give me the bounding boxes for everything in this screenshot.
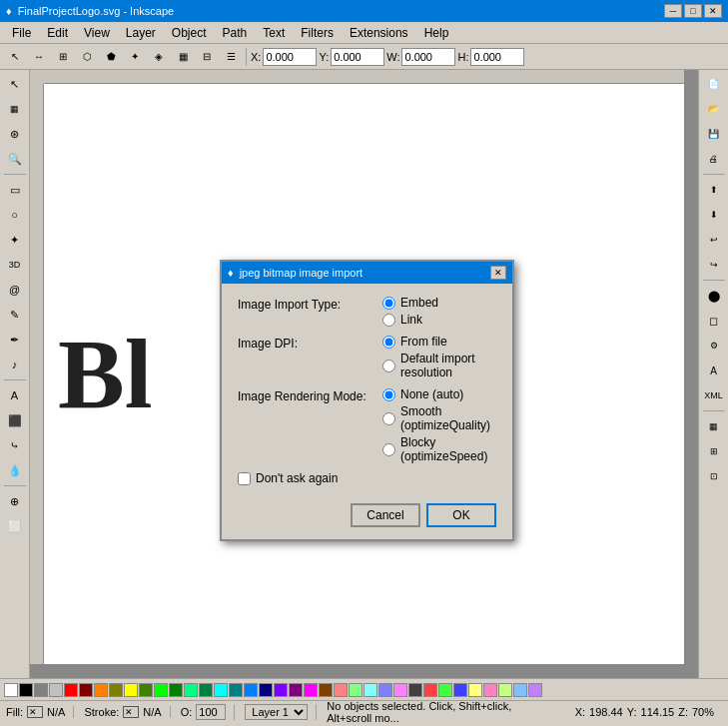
menu-text[interactable]: Text (255, 24, 293, 42)
tool-zoom2[interactable]: 🔍 (3, 147, 27, 171)
palette-color-19[interactable] (289, 683, 303, 697)
tool-text[interactable]: A (3, 383, 27, 407)
menu-layer[interactable]: Layer (118, 24, 164, 42)
rt-redo[interactable]: ↪ (702, 253, 726, 277)
palette-color-29[interactable] (438, 683, 452, 697)
fill-color-box[interactable]: ✕ (27, 706, 43, 718)
tool-star[interactable]: ✦ (3, 228, 27, 252)
tool-btn2[interactable]: ⬟ (100, 46, 122, 68)
tool-select[interactable]: ↖ (4, 46, 26, 68)
palette-color-13[interactable] (199, 683, 213, 697)
default-import-radio[interactable] (382, 360, 395, 372)
rt-align[interactable]: ⊞ (702, 439, 726, 463)
blocky-radio[interactable] (382, 443, 395, 456)
stroke-color-box[interactable]: ✕ (123, 706, 139, 718)
tool-btn5[interactable]: ▦ (172, 46, 194, 68)
close-button[interactable]: ✕ (704, 4, 722, 18)
rt-filters[interactable]: ⚙ (702, 334, 726, 358)
palette-color-5[interactable] (79, 683, 93, 697)
rt-transform[interactable]: ⊡ (702, 464, 726, 488)
tool-tweak[interactable]: ⊛ (3, 122, 27, 146)
palette-color-6[interactable] (94, 683, 108, 697)
rt-xml[interactable]: XML (702, 383, 726, 407)
rt-fill[interactable]: ⬤ (702, 284, 726, 308)
palette-color-4[interactable] (64, 683, 78, 697)
palette-color-25[interactable] (378, 683, 392, 697)
palette-color-18[interactable] (274, 683, 288, 697)
ok-button[interactable]: OK (426, 503, 496, 527)
palette-color-23[interactable] (349, 683, 363, 697)
palette-color-7[interactable] (109, 683, 123, 697)
tool-pencil[interactable]: ✎ (3, 303, 27, 327)
rt-import[interactable]: ⬆ (702, 178, 726, 202)
palette-color-33[interactable] (498, 683, 512, 697)
palette-color-27[interactable] (408, 683, 422, 697)
tool-btn4[interactable]: ◈ (148, 46, 170, 68)
from-file-radio[interactable] (382, 336, 395, 349)
cancel-button[interactable]: Cancel (351, 503, 420, 527)
blocky-option[interactable]: Blocky (optimizeSpeed) (382, 435, 496, 463)
default-import-option[interactable]: Default import resolution (382, 352, 496, 379)
y-input[interactable] (331, 48, 384, 66)
tool-pen[interactable]: ✒ (3, 328, 27, 352)
from-file-option[interactable]: From file (382, 335, 496, 349)
palette-color-28[interactable] (423, 683, 437, 697)
palette-color-1[interactable] (19, 683, 33, 697)
tool-btn7[interactable]: ☰ (220, 46, 242, 68)
rt-print[interactable]: 🖨 (702, 147, 726, 171)
smooth-option[interactable]: Smooth (optimizeQuality) (382, 404, 496, 432)
menu-filters[interactable]: Filters (293, 24, 342, 42)
palette-color-16[interactable] (244, 683, 258, 697)
tool-spray[interactable]: ⊕ (3, 489, 27, 513)
tool-connector[interactable]: ⤷ (3, 433, 27, 457)
tool-calligraph[interactable]: ♪ (3, 353, 27, 376)
palette-color-12[interactable] (184, 683, 198, 697)
tool-btn1[interactable]: ⬡ (76, 46, 98, 68)
palette-color-35[interactable] (528, 683, 542, 697)
menu-file[interactable]: File (4, 24, 39, 42)
palette-color-3[interactable] (49, 683, 63, 697)
palette-color-26[interactable] (393, 683, 407, 697)
x-input[interactable] (263, 48, 317, 66)
tool-node-edit[interactable]: ▦ (3, 97, 27, 121)
tool-rect[interactable]: ▭ (3, 178, 27, 202)
palette-color-9[interactable] (139, 683, 153, 697)
rt-layers[interactable]: ▦ (702, 414, 726, 438)
palette-color-24[interactable] (364, 683, 377, 697)
palette-color-15[interactable] (229, 683, 243, 697)
tool-circle[interactable]: ○ (3, 203, 27, 227)
maximize-button[interactable]: □ (684, 4, 702, 18)
rt-save[interactable]: 💾 (702, 122, 726, 146)
palette-color-34[interactable] (513, 683, 527, 697)
link-radio[interactable] (382, 314, 395, 327)
rt-text[interactable]: A (702, 359, 726, 382)
palette-color-30[interactable] (453, 683, 467, 697)
link-option[interactable]: Link (382, 313, 438, 327)
menu-help[interactable]: Help (416, 24, 457, 42)
dont-ask-checkbox[interactable] (238, 472, 251, 485)
rt-new[interactable]: 📄 (702, 72, 726, 96)
tool-eraser[interactable]: ⬜ (3, 514, 27, 538)
tool-arrow[interactable]: ↖ (3, 72, 27, 96)
palette-color-2[interactable] (34, 683, 48, 697)
dialog-close-button[interactable]: ✕ (490, 266, 506, 280)
palette-color-21[interactable] (319, 683, 333, 697)
h-input[interactable] (470, 48, 524, 66)
palette-color-10[interactable] (154, 683, 168, 697)
palette-color-31[interactable] (468, 683, 482, 697)
opacity-input[interactable] (196, 704, 226, 720)
tool-btn3[interactable]: ✦ (124, 46, 146, 68)
rt-open[interactable]: 📂 (702, 97, 726, 121)
dont-ask-option[interactable]: Don't ask again (238, 471, 496, 485)
tool-btn6[interactable]: ⊟ (196, 46, 218, 68)
palette-color-11[interactable] (169, 683, 183, 697)
menu-path[interactable]: Path (215, 24, 256, 42)
layer-dropdown[interactable]: Layer 1 (245, 704, 308, 720)
tool-3d[interactable]: 3D (3, 253, 27, 277)
tool-spiral[interactable]: @ (3, 278, 27, 302)
menu-object[interactable]: Object (164, 24, 215, 42)
rt-undo[interactable]: ↩ (702, 228, 726, 252)
tool-dropper[interactable]: 💧 (3, 458, 27, 482)
rt-export[interactable]: ⬇ (702, 203, 726, 227)
rt-stroke[interactable]: ◻ (702, 309, 726, 333)
